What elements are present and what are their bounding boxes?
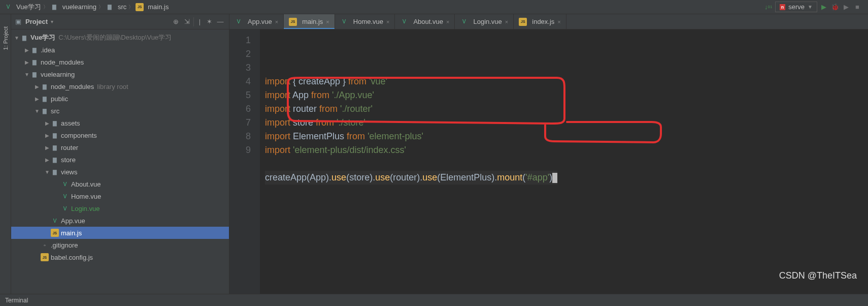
tree-node[interactable]: VHome.vue (11, 190, 229, 202)
close-icon[interactable]: × (557, 19, 560, 25)
breadcrumb-item[interactable]: ▇src (106, 3, 126, 11)
tree-arrow-icon[interactable] (13, 35, 20, 41)
chevron-down-icon[interactable]: ▾ (51, 19, 53, 24)
breadcrumb-separator: 〉 (98, 4, 104, 11)
tree-path-hint: C:\Users\爱闹的蹦蹦\Desktop\Vue学习 (58, 33, 172, 42)
code-line[interactable]: import ElementPlus from 'element-plus' (265, 130, 557, 143)
tree-node[interactable]: ▇router (11, 141, 229, 154)
tree-arrow-icon[interactable] (23, 59, 30, 65)
run-config-selector[interactable]: n serve ▼ (775, 2, 817, 12)
tree-node[interactable]: ▇vuelearning (11, 68, 229, 80)
run-coverage-button[interactable]: ▶ (842, 3, 851, 12)
close-icon[interactable]: × (505, 19, 508, 25)
tree-node[interactable]: ▇.idea (11, 44, 229, 56)
settings-icon[interactable]: ✶ (205, 17, 214, 26)
line-number: 5 (229, 88, 251, 102)
tree-node[interactable]: ▇store (11, 154, 229, 166)
vue-icon: V (400, 18, 408, 26)
tree-node[interactable]: ▇node_modules (11, 56, 229, 68)
code-line[interactable]: import store from './store' (265, 116, 557, 130)
tree-arrow-icon[interactable] (34, 108, 41, 114)
code-line[interactable]: createApp(App).use(store).use(router).us… (265, 171, 557, 185)
code-line[interactable] (265, 185, 557, 198)
project-tool-tab[interactable]: 1: Project (3, 24, 9, 52)
debug-button[interactable]: 🐞 (830, 3, 840, 12)
editor-tab[interactable]: VLogin.vue× (455, 14, 514, 29)
tree-arrow-icon[interactable] (44, 133, 51, 138)
select-opened-file-icon[interactable]: ⊕ (171, 17, 180, 26)
vue-icon: V (61, 180, 69, 188)
tab-label: About.vue (413, 18, 443, 25)
tree-arrow-icon[interactable] (44, 145, 51, 150)
code-content[interactable]: import { createApp } from 'vue'import Ap… (260, 29, 557, 294)
editor-tab[interactable]: JSindex.js× (514, 14, 566, 29)
breadcrumb-label: Vue学习 (16, 3, 41, 12)
tree-node[interactable]: ▇components (11, 129, 229, 141)
folder-icon: ▇ (106, 3, 114, 11)
collapse-all-icon[interactable]: | (193, 17, 203, 26)
tree-arrow-icon[interactable] (44, 169, 51, 175)
tree-node[interactable]: ▇assets (11, 117, 229, 129)
tree-node[interactable]: VLogin.vue (11, 202, 229, 215)
tree-node[interactable]: JSmain.js (11, 227, 229, 239)
folder-icon: ▇ (41, 107, 49, 115)
expand-all-icon[interactable]: ⇲ (182, 17, 191, 26)
tree-label: node_modules (51, 83, 94, 90)
tree-arrow-icon[interactable] (34, 84, 41, 89)
run-config-label: serve (788, 3, 805, 11)
breadcrumb-item[interactable]: JSmain.js (136, 3, 169, 11)
tree-arrow-icon[interactable] (34, 96, 41, 102)
tree-node[interactable]: ▇views (11, 166, 229, 178)
code-line[interactable] (265, 157, 557, 171)
code-line[interactable]: import router from './router' (265, 102, 557, 116)
line-number: 6 (229, 102, 251, 116)
editor-area: VApp.vue×JSmain.js×VHome.vue×VAbout.vue×… (229, 14, 868, 294)
breadcrumb-label: src (118, 3, 126, 11)
download-icon[interactable]: ↓01 (764, 3, 773, 12)
tree-arrow-icon[interactable] (44, 120, 51, 126)
vue-icon: V (460, 18, 468, 26)
close-icon[interactable]: × (275, 19, 278, 25)
top-right-toolbar: ↓01 n serve ▼ ▶ 🐞 ▶ ■ (764, 2, 868, 12)
project-tree[interactable]: ▇Vue学习C:\Users\爱闹的蹦蹦\Desktop\Vue学习▇.idea… (11, 29, 229, 294)
breadcrumb-item[interactable]: ▇vuelearning (50, 3, 96, 11)
text-caret (552, 173, 557, 183)
tree-node[interactable]: VAbout.vue (11, 178, 229, 190)
tab-label: Login.vue (473, 18, 502, 25)
tree-node[interactable]: JSbabel.config.js (11, 251, 229, 263)
tree-label: views (61, 168, 78, 176)
tree-arrow-icon[interactable] (44, 157, 51, 163)
breadcrumb-item[interactable]: VVue学习 (4, 3, 41, 12)
tree-arrow-icon[interactable] (23, 47, 30, 53)
terminal-tool-button[interactable]: Terminal (5, 297, 28, 304)
tree-node[interactable]: ▫.gitignore (11, 239, 229, 251)
tree-hint: library root (97, 83, 128, 90)
folder-icon: ▇ (50, 3, 58, 11)
editor-body[interactable]: 123456789 import { createApp } from 'vue… (229, 29, 868, 294)
run-button[interactable]: ▶ (819, 3, 828, 12)
editor-tab[interactable]: JSmain.js× (284, 14, 335, 29)
tree-label: components (61, 132, 97, 139)
editor-tab[interactable]: VAbout.vue× (395, 14, 455, 29)
editor-tab[interactable]: VHome.vue× (335, 14, 395, 29)
tree-label: App.vue (61, 217, 85, 225)
code-line[interactable]: import App from './App.vue' (265, 88, 557, 102)
code-line[interactable]: import 'element-plus/dist/index.css' (265, 143, 557, 157)
tree-arrow-icon[interactable] (23, 72, 30, 77)
close-icon[interactable]: × (326, 19, 329, 25)
tree-node[interactable]: VApp.vue (11, 215, 229, 227)
tree-node[interactable]: ▇public (11, 93, 229, 105)
stop-button[interactable]: ■ (853, 3, 862, 12)
vue-icon: V (235, 18, 243, 26)
editor-tab[interactable]: VApp.vue× (229, 14, 284, 29)
hide-panel-icon[interactable]: — (216, 17, 225, 26)
close-icon[interactable]: × (446, 19, 449, 25)
code-line[interactable]: import { createApp } from 'vue' (265, 75, 557, 88)
tree-node[interactable]: ▇node_moduleslibrary root (11, 80, 229, 93)
tree-node[interactable]: ▇src (11, 105, 229, 117)
tree-root[interactable]: ▇Vue学习C:\Users\爱闹的蹦蹦\Desktop\Vue学习 (11, 32, 229, 44)
folder-icon: ▇ (51, 119, 59, 127)
tab-label: index.js (532, 18, 554, 25)
close-icon[interactable]: × (386, 19, 389, 25)
folder-icon: ▇ (51, 168, 59, 176)
